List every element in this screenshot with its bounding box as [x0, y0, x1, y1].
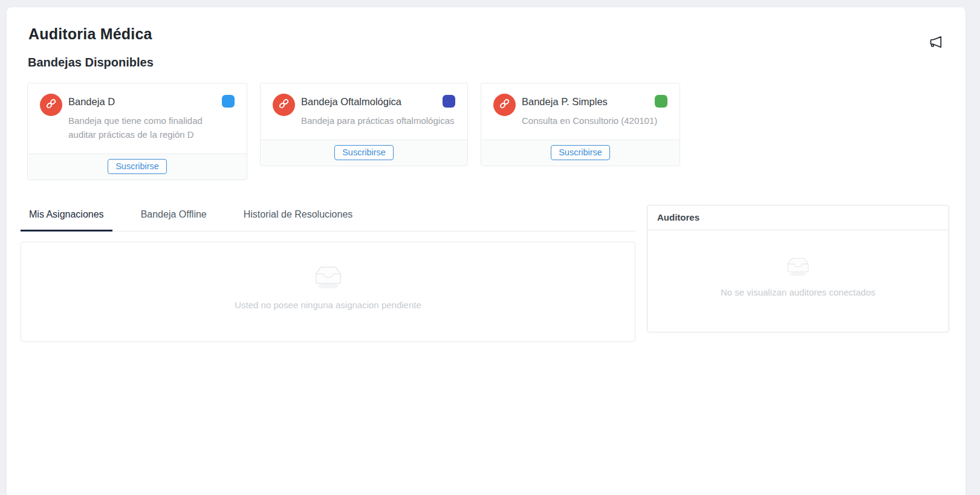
tray-color-badge [443, 95, 455, 108]
tray-card-footer: Suscribirse [481, 140, 680, 166]
auditors-title: Auditores [647, 205, 949, 230]
tray-title: Bandeja P. Simples [522, 95, 608, 108]
tray-cards-row: Bandeja D Bandeja que tiene como finalid… [27, 83, 950, 180]
auditors-section: Auditores No se visualizan auditores con… [647, 205, 949, 332]
assignments-section: Mis Asignaciones Bandeja Offline Histori… [21, 203, 635, 342]
empty-inbox-icon [784, 253, 813, 280]
subscribe-button[interactable]: Suscribirse [551, 145, 610, 160]
subscribe-button[interactable]: Suscribirse [108, 159, 167, 174]
tray-card-footer: Suscribirse [28, 154, 247, 180]
tray-color-badge [655, 95, 667, 108]
assignments-empty-panel: Usted no posee ninguna asignacion pendie… [21, 242, 635, 342]
tray-card-oftalmologica: Bandeja Oftalmológica Bandeja para práct… [260, 83, 468, 166]
section-title: Bandejas Disponibles [28, 56, 950, 70]
tab-historial-resoluciones[interactable]: Historial de Resoluciones [235, 203, 362, 231]
tray-icon [493, 94, 516, 116]
tray-icon [40, 94, 62, 116]
tab-bandeja-offline[interactable]: Bandeja Offline [132, 203, 215, 231]
link-icon [45, 97, 57, 112]
tray-icon [273, 94, 295, 116]
auditors-empty-text: No se visualizan auditores conectados [721, 287, 875, 297]
page-title: Auditoria Médica [28, 25, 950, 43]
tray-description: Consulta en Consultorio (420101) [522, 114, 667, 128]
main-content-card: Auditoria Médica Bandejas Disponibles [7, 7, 965, 495]
tray-color-badge [222, 95, 235, 108]
tray-card-p-simples: Bandeja P. Simples Consulta en Consultor… [481, 83, 680, 166]
auditors-empty-panel: No se visualizan auditores conectados [647, 230, 949, 332]
tray-title: Bandeja Oftalmológica [301, 95, 401, 108]
tray-title: Bandeja D [68, 95, 115, 108]
tray-card-footer: Suscribirse [261, 140, 467, 166]
assignments-empty-text: Usted no posee ninguna asignacion pendie… [235, 300, 421, 310]
link-icon [498, 97, 511, 112]
tray-description: Bandeja para prácticas oftalmológicas [301, 114, 455, 128]
tabs-bar: Mis Asignaciones Bandeja Offline Histori… [21, 203, 635, 231]
tray-card-bandeja-d: Bandeja D Bandeja que tiene como finalid… [27, 83, 247, 180]
link-icon [277, 97, 290, 112]
subscribe-button[interactable]: Suscribirse [334, 145, 394, 160]
tab-mis-asignaciones[interactable]: Mis Asignaciones [21, 203, 112, 231]
announcements-button[interactable] [927, 34, 943, 50]
megaphone-icon [927, 43, 943, 52]
auditors-card: Auditores No se visualizan auditores con… [647, 205, 949, 332]
tray-description: Bandeja que tiene como finalidad auditar… [68, 114, 212, 141]
empty-inbox-icon [311, 261, 346, 293]
